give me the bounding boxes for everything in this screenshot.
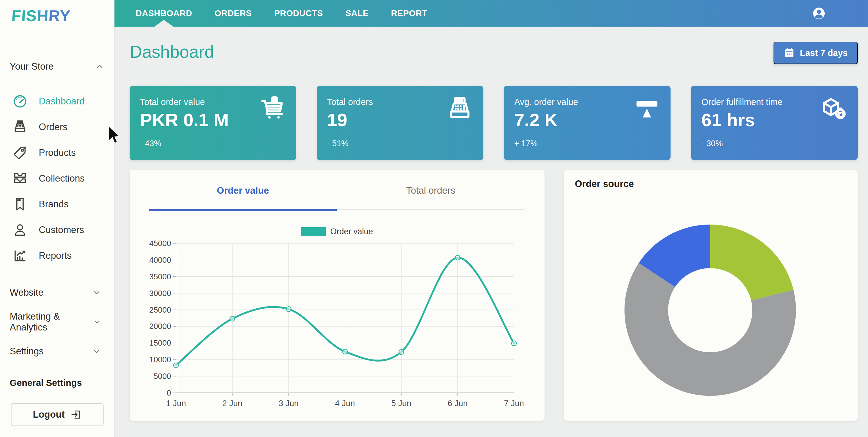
cash-register-icon — [445, 95, 474, 124]
register-icon — [12, 119, 28, 135]
y-tick-label: 25000 — [149, 305, 171, 314]
data-point-marker[interactable] — [512, 341, 516, 346]
data-point-marker[interactable] — [399, 349, 404, 355]
bar-chart-icon — [12, 248, 28, 264]
y-tick-label: 5000 — [154, 372, 171, 381]
logo-part-h: H — [36, 7, 49, 25]
package-timer-icon — [819, 95, 848, 124]
x-tick-label: 5 Jun — [391, 399, 411, 408]
stat-card-total-order-value[interactable]: Total order value PKR 0.1 M - 43% — [130, 86, 296, 160]
logo-part-fis: FIS — [11, 7, 37, 25]
data-point-marker[interactable] — [286, 307, 291, 311]
person-icon — [12, 222, 28, 238]
y-tick-label: 10000 — [149, 355, 171, 364]
sidebar-item-general-settings[interactable]: General Settings — [10, 378, 82, 388]
order-source-card: Order source — [564, 170, 858, 421]
y-tick-label: 35000 — [149, 272, 171, 281]
y-tick-label: 45000 — [149, 239, 171, 248]
sidebar-item-orders[interactable]: Orders — [0, 114, 114, 140]
y-tick-label: 40000 — [149, 256, 171, 265]
y-tick-label: 15000 — [149, 338, 171, 347]
chevron-down-icon — [91, 288, 102, 298]
nav-tabs: DASHBOARD ORDERS PRODUCTS SALE REPORT — [136, 0, 450, 27]
mouse-cursor-icon — [108, 126, 124, 145]
data-point-marker[interactable] — [174, 363, 178, 368]
logout-icon — [70, 409, 82, 421]
date-range-label: Last 7 days — [800, 48, 848, 58]
collections-icon — [12, 171, 28, 187]
sidebar-item-brands[interactable]: Brands — [0, 191, 114, 217]
sidebar-item-reports[interactable]: Reports — [0, 243, 114, 268]
sidebar: FISHRY Your Store Dashboard Orders Produ… — [0, 0, 115, 437]
store-label: Your Store — [10, 61, 54, 72]
sidebar-item-products[interactable]: Products — [0, 140, 114, 166]
cart-coin-icon — [258, 95, 287, 124]
chevron-down-icon — [91, 346, 102, 357]
sidebar-section-settings[interactable]: Settings — [0, 337, 114, 366]
stat-card-order-fulfillment-time[interactable]: Order fulfillment time 61 hrs - 30% — [691, 86, 858, 160]
sidebar-section-marketing-analytics[interactable]: Marketing & Analytics — [0, 307, 114, 337]
fishry-logo[interactable]: FISHRY — [11, 7, 71, 25]
sidebar-section-website[interactable]: Website — [0, 278, 114, 307]
nav-tab-dashboard[interactable]: DASHBOARD — [136, 0, 192, 27]
top-navbar: DASHBOARD ORDERS PRODUCTS SALE REPORT — [115, 0, 868, 27]
order-value-line-chart: 0500010000150002000025000300003500040000… — [130, 170, 545, 421]
logout-label: Logout — [33, 409, 64, 420]
sidebar-menu: Dashboard Orders Products Collections Br… — [0, 88, 114, 268]
order-value-chart-card: Order value Total orders Order value 050… — [130, 170, 545, 421]
date-range-button[interactable]: Last 7 days — [774, 42, 858, 64]
y-tick-label: 30000 — [149, 289, 171, 298]
logout-button[interactable]: Logout — [11, 403, 103, 426]
sidebar-item-dashboard[interactable]: Dashboard — [0, 88, 114, 114]
stat-cards-row: Total order value PKR 0.1 M - 43% Total … — [130, 86, 858, 160]
nav-tab-products[interactable]: PRODUCTS — [274, 0, 323, 27]
account-circle-icon[interactable] — [812, 7, 826, 20]
x-tick-label: 3 Jun — [279, 399, 299, 408]
data-point-marker[interactable] — [343, 349, 347, 354]
x-tick-label: 1 Jun — [166, 399, 186, 408]
x-tick-label: 6 Jun — [447, 399, 468, 408]
y-tick-label: 20000 — [149, 322, 171, 331]
nav-tab-orders[interactable]: ORDERS — [215, 0, 252, 27]
nav-tab-report[interactable]: REPORT — [391, 0, 427, 27]
chevron-down-icon — [92, 317, 102, 327]
gauge-icon — [12, 94, 28, 109]
chevron-up-icon — [94, 61, 105, 72]
x-tick-label: 4 Jun — [335, 399, 355, 408]
calendar-icon — [783, 47, 795, 59]
x-tick-label: 2 Jun — [222, 399, 242, 408]
bookmark-icon — [12, 196, 28, 212]
data-point-marker[interactable] — [230, 316, 235, 321]
x-tick-label: 7 Jun — [504, 399, 524, 408]
nav-tab-sale[interactable]: SALE — [345, 0, 369, 27]
stat-card-avg-order-value[interactable]: Avg. order value 7.2 K + 17% — [504, 86, 671, 160]
stat-card-total-orders[interactable]: Total orders 19 - 51% — [317, 86, 484, 160]
balance-icon — [632, 95, 661, 124]
y-tick-label: 0 — [167, 388, 171, 397]
charts-row: Order value Total orders Order value 050… — [130, 170, 858, 421]
data-point-marker[interactable] — [455, 255, 460, 260]
logo-part-ry: RY — [48, 7, 71, 25]
tag-icon — [12, 145, 28, 161]
sidebar-item-collections[interactable]: Collections — [0, 166, 114, 191]
order-source-donut-chart — [564, 170, 858, 421]
donut-slice-green[interactable] — [710, 225, 794, 300]
sidebar-sections: Website Marketing & Analytics Settings — [0, 278, 114, 366]
page-title: Dashboard — [130, 42, 214, 62]
sidebar-item-customers[interactable]: Customers — [0, 217, 114, 243]
store-selector[interactable]: Your Store — [10, 59, 105, 74]
